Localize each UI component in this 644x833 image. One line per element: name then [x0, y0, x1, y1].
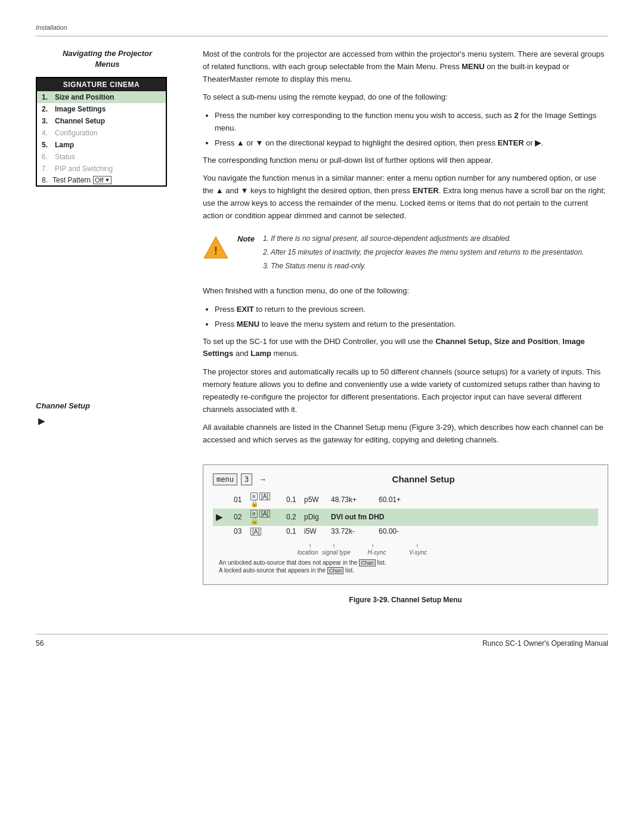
left-column: Navigating the Projector Menus SIGNATURE…	[36, 48, 191, 616]
exit-bullet-1: Press EXIT to return to the previous scr…	[215, 304, 608, 316]
nav-heading: Navigating the Projector Menus	[36, 48, 179, 70]
note-triangle-icon: !	[203, 234, 229, 261]
setup-para: To set up the SC-1 for use with the DHD …	[203, 336, 608, 361]
h-sync-label: H-sync	[354, 549, 400, 556]
page-footer: 56 Runco SC-1 Owner's Operating Manual	[36, 634, 608, 648]
menu-item-6[interactable]: 6. Status	[37, 151, 166, 163]
menu-item-2[interactable]: 2. Image Settings	[37, 103, 166, 115]
exit-bullet-2: Press MENU to leave the menu system and …	[215, 318, 608, 331]
channel-setup-diagram: menu 3 → Channel Setup 01 ≡ [	[203, 465, 608, 585]
channel-setup-left-label: Channel Setup ▶	[36, 401, 179, 426]
diagram-notes: An unlocked auto-source that does not ap…	[213, 559, 598, 574]
note-3: 3. The Status menu is read-only.	[263, 261, 584, 272]
channel-para-2: All available channels are listed in the…	[203, 422, 608, 447]
table-row: ▶ 02 ≡ [A] 🔒 0,2 pDig DVI out fm DHD	[213, 509, 598, 526]
finished-para: When finished with a function menu, do o…	[203, 285, 608, 298]
content-area: Navigating the Projector Menus SIGNATURE…	[36, 48, 608, 616]
diagram-note-1: An unlocked auto-source that does not ap…	[219, 559, 598, 566]
page: Installation Navigating the Projector Me…	[0, 0, 644, 833]
channel-para-1: The projector stores and automatically r…	[203, 366, 608, 416]
note-1: 1. If there is no signal present, all so…	[263, 233, 584, 244]
manual-title: Runco SC-1 Owner's Operating Manual	[482, 639, 608, 648]
intro-paragraph: Most of the controls for the projector a…	[203, 48, 608, 85]
location-label: location	[296, 549, 319, 556]
bullet-1: Press the number key corresponding to th…	[215, 110, 608, 135]
menu-item-1[interactable]: 1. Size and Position	[37, 91, 166, 103]
right-column: Most of the controls for the projector a…	[191, 48, 608, 616]
note-content: 1. If there is no signal present, all so…	[263, 233, 584, 275]
function-menu-para: The corresponding function menu or pull-…	[203, 154, 608, 167]
diagram-arrow-icon: →	[258, 475, 267, 484]
menu-item-5[interactable]: 5. Lamp	[37, 139, 166, 151]
bullet-2: Press ▲ or ▼ on the directional keypad t…	[215, 137, 608, 150]
chan-badge-2: Chan	[327, 567, 344, 574]
num-3-button: 3	[241, 473, 252, 485]
channel-setup-arrow: ▶	[38, 416, 45, 426]
top-label: Installation	[36, 24, 608, 36]
exit-bullets: Press EXIT to return to the previous scr…	[215, 304, 608, 331]
table-row: 01 ≡ [A] 🔒 0,1 p5W 48.73k+ 60.01+	[213, 491, 598, 509]
menu-item-4[interactable]: 4. Configuration	[37, 127, 166, 139]
column-labels-row: ↑ ↑ ↑ ↑	[213, 543, 598, 549]
v-sync-label: V-sync	[400, 549, 436, 556]
column-label-names: location signal type H-sync V-sync	[213, 549, 598, 556]
menu-item-8[interactable]: 8. Test Pattern Off ▼	[37, 175, 166, 185]
dropdown-arrow-icon: ▼	[105, 177, 110, 183]
menu-button: menu	[213, 473, 237, 485]
diagram-title: Channel Setup	[273, 474, 598, 484]
signature-cinema-menu: SIGNATURE CINEMA 1. Size and Position 2.…	[36, 77, 167, 187]
channel-table: 01 ≡ [A] 🔒 0,1 p5W 48.73k+ 60.01+	[213, 491, 598, 537]
navigate-para: You navigate the function menus in a sim…	[203, 172, 608, 222]
diagram-top-row: menu 3 → Channel Setup	[213, 473, 598, 485]
page-number: 56	[36, 639, 44, 648]
menu-header: SIGNATURE CINEMA	[37, 78, 166, 91]
signal-type-label: signal type	[319, 549, 354, 556]
figure-caption: Figure 3-29. Channel Setup Menu	[203, 596, 608, 604]
note-box: ! Note 1. If there is no signal present,…	[203, 233, 608, 275]
table-row: 03 [A] 0,1 i5W 33.72k- 60.00-	[213, 526, 598, 537]
menu-item-7[interactable]: 7. PIP and Switching	[37, 163, 166, 175]
menu-item-3[interactable]: 3. Channel Setup	[37, 115, 166, 127]
chan-badge-1: Chan	[359, 559, 376, 566]
svg-text:!: !	[214, 245, 218, 257]
diagram-note-2: A locked auto-source that appears in the…	[219, 567, 598, 574]
test-pattern-dropdown[interactable]: Off ▼	[93, 176, 112, 184]
sub-menu-para: To select a sub-menu using the remote ke…	[203, 91, 608, 104]
note-label: Note	[237, 234, 255, 243]
submenu-bullets: Press the number key corresponding to th…	[215, 110, 608, 149]
note-2: 2. After 15 minutes of inactivity, the p…	[263, 247, 584, 258]
